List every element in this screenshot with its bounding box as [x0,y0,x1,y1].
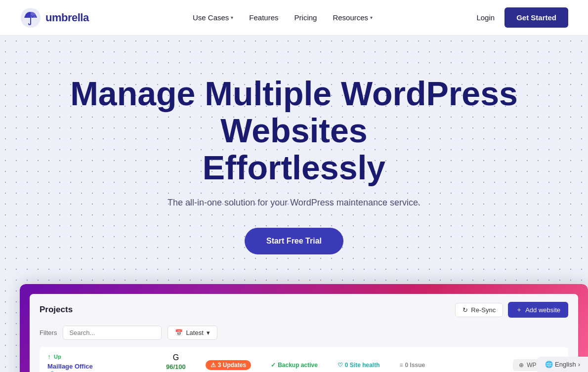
navbar-actions: Login Get Started [476,7,568,28]
hero-section: Manage Multiple WordPress Websites Effor… [0,36,588,372]
nav-features[interactable]: Features [249,13,278,22]
hero-title-line1: Manage Multiple WordPress Websites [32,75,556,149]
google-score-stat: G 96/100 1312ms [166,353,186,372]
calendar-icon: 📅 [175,329,183,336]
updates-stat: ⚠ 3 Updates [206,360,251,370]
dashboard-card: Projects ↻ Re-Sync ＋ Add website [30,294,578,372]
dashboard-gradient-bg: Projects ↻ Re-Sync ＋ Add website [20,284,588,372]
get-started-button[interactable]: Get Started [504,7,568,28]
site-health-stat: ♡ 0 Site health [337,362,380,369]
google-score-value: 96/100 [166,363,186,371]
site-health-badge: ♡ 0 Site health [337,362,380,369]
language-selector[interactable]: 🌐 English › [537,357,588,372]
filters-label: Filters [40,329,57,336]
latest-chevron-icon: ▾ [207,329,210,336]
latest-filter-button[interactable]: 📅 Latest ▾ [168,326,217,340]
navbar: umbrella Use Cases ▾ Features Pricing Re… [0,0,588,36]
nav-pricing[interactable]: Pricing [294,13,317,22]
issue-badge: ≡ 0 Issue [400,362,425,369]
site-status-label: Up [54,354,61,360]
resources-chevron-icon: ▾ [370,15,373,20]
site-info: ↑ Up Maillage Office 🔗 https://maillage-… [47,353,146,372]
dashboard-header-actions: ↻ Re-Sync ＋ Add website [455,302,568,318]
wp-icon: ⊕ [519,362,524,369]
re-sync-button[interactable]: ↻ Re-Sync [455,303,503,317]
up-arrow-icon: ↑ [47,353,51,361]
language-chevron-icon: › [578,361,580,368]
nav-resources[interactable]: Resources ▾ [333,13,373,22]
dashboard-filters: Filters 📅 Latest ▾ [40,326,568,340]
issue-stat: ≡ 0 Issue [400,362,425,369]
start-free-trial-button[interactable]: Start Free Trial [245,228,343,254]
re-sync-icon: ↻ [462,306,468,314]
logo[interactable]: umbrella [20,7,89,29]
dashboard-header: Projects ↻ Re-Sync ＋ Add website [40,302,568,318]
issue-icon: ≡ [400,362,403,369]
check-icon: ✓ [271,362,276,369]
website-row: ↑ Up Maillage Office 🔗 https://maillage-… [40,347,568,372]
site-name[interactable]: Maillage Office [47,363,146,370]
search-input[interactable] [63,326,162,340]
warning-icon: ⚠ [210,362,216,369]
hero-title-line2: Effortlessly [203,149,385,186]
language-label: English [555,361,576,368]
heart-icon: ♡ [337,362,343,369]
updates-badge: ⚠ 3 Updates [206,360,251,370]
backup-badge: ✓ Backup active [271,362,318,369]
dashboard-preview: Projects ↻ Re-Sync ＋ Add website [20,284,588,372]
projects-title: Projects [40,305,73,315]
add-website-button[interactable]: ＋ Add website [508,302,568,318]
logo-text: umbrella [45,11,89,24]
nav-links: Use Cases ▾ Features Pricing Resources ▾ [89,13,477,22]
plus-icon: ＋ [516,305,522,314]
language-globe-icon: 🌐 [545,361,553,368]
hero-subtitle: The all-in-one solution for your WordPre… [168,198,420,208]
login-button[interactable]: Login [476,13,495,22]
site-status-indicator: ↑ Up [47,353,146,361]
nav-use-cases[interactable]: Use Cases ▾ [193,13,233,22]
use-cases-chevron-icon: ▾ [231,15,233,20]
google-icon: G [173,353,179,362]
site-stats: G 96/100 1312ms ⚠ 3 Updates [146,353,560,372]
backup-stat: ✓ Backup active [271,362,318,369]
